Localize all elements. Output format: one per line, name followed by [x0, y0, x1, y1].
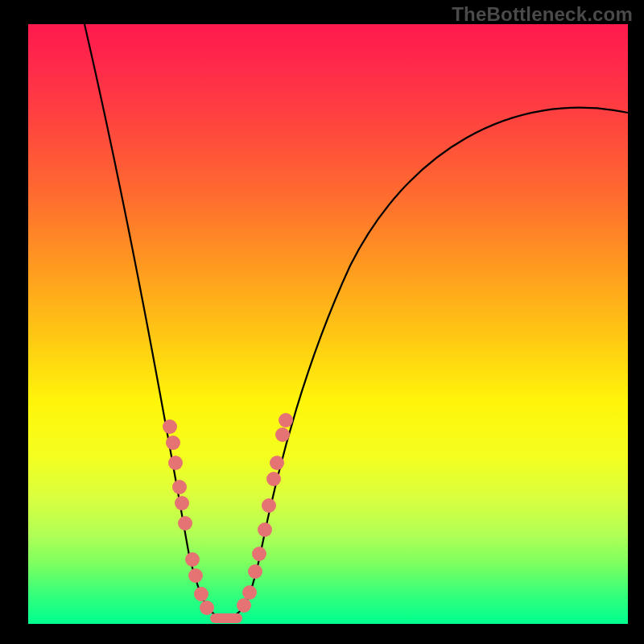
marker-right: [248, 564, 262, 579]
plot-area: [28, 24, 628, 624]
marker-right: [270, 456, 284, 470]
chart-frame: TheBottleneck.com: [0, 0, 644, 644]
marker-left: [200, 601, 214, 615]
marker-right: [242, 585, 257, 600]
marker-right: [258, 522, 272, 537]
marker-left: [166, 436, 180, 450]
marker-left: [175, 496, 189, 510]
marker-right: [279, 413, 293, 427]
marker-right: [266, 472, 281, 486]
marker-left: [172, 480, 187, 494]
marker-left: [163, 419, 177, 434]
marker-left: [188, 568, 203, 583]
bottleneck-curve: [85, 24, 628, 617]
marker-left: [178, 516, 192, 530]
marker-left: [194, 587, 208, 601]
trough-marker: [210, 613, 242, 623]
marker-right: [275, 427, 290, 442]
marker-right: [262, 498, 276, 513]
marker-left: [168, 456, 183, 470]
marker-right: [252, 547, 266, 561]
marker-left: [185, 552, 200, 567]
marker-right: [237, 598, 251, 613]
chart-svg: [28, 24, 628, 624]
watermark-text: TheBottleneck.com: [452, 3, 633, 26]
